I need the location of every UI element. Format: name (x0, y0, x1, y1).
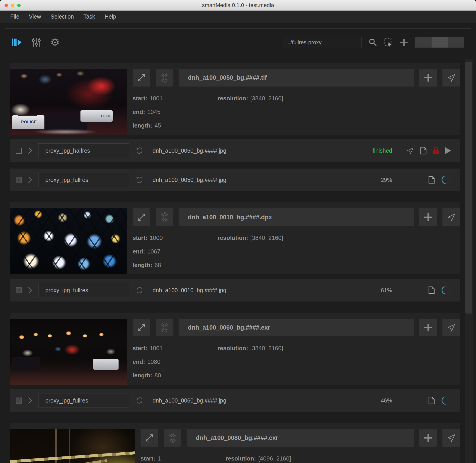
send-button[interactable] (442, 208, 460, 226)
suv-silhouette (93, 359, 119, 370)
task-progress: 46% (381, 397, 392, 404)
refresh-icon[interactable] (135, 176, 144, 184)
title-bar: smartMedia 0.1.0 - test.media (0, 0, 476, 11)
resolution-value: [4096, 2160] (258, 455, 291, 462)
task-checkbox[interactable] (16, 398, 22, 404)
resolution-value: [3840, 2160] (250, 345, 283, 352)
proxy-path-input[interactable]: ../fullres-proxy (283, 37, 362, 48)
task-checkbox[interactable] (16, 177, 22, 183)
menu-task[interactable]: Task (79, 13, 100, 20)
media-metadata: start:1001 resolution:[3840, 2160] end:1… (133, 91, 460, 132)
task-name-input[interactable]: proxy_jpg_fullres (38, 393, 129, 408)
add-task-button[interactable] (419, 429, 437, 447)
media-metadata: start:1001 resolution:[3840, 2160] end:1… (133, 341, 460, 382)
menu-bar: File View Selection Task Help (0, 11, 476, 23)
add-task-button[interactable] (419, 319, 437, 336)
end-value: 1067 (147, 248, 160, 255)
refresh-icon[interactable] (135, 147, 144, 155)
task-checkbox[interactable] (16, 148, 22, 154)
file-icon[interactable] (420, 147, 427, 154)
media-thumbnail[interactable]: POLICE OLICE (10, 69, 127, 135)
menu-help[interactable]: Help (100, 13, 121, 20)
police-car-left: POLICE (12, 115, 46, 129)
zoom-button[interactable] (17, 4, 21, 7)
length-label: length: (133, 262, 152, 268)
resolution-label: resolution: (218, 95, 248, 102)
add-task-button[interactable] (419, 69, 437, 87)
fingerprint-button[interactable] (164, 429, 181, 447)
task-row: proxy_jpg_fullres dnh_a100_0060_bg.####.… (10, 389, 460, 412)
end-label: end: (133, 108, 145, 115)
search-icon[interactable] (369, 38, 377, 47)
segment-widget[interactable] (415, 37, 464, 48)
media-list: POLICE OLICE dnh_a100_0050 (0, 56, 476, 463)
fingerprint-button[interactable] (156, 208, 174, 226)
resolution-value: [3840, 2160] (250, 95, 283, 102)
progress-spinner (441, 285, 451, 295)
play-icon[interactable] (445, 147, 451, 154)
sliders-icon[interactable] (32, 37, 41, 47)
send-button[interactable] (442, 429, 460, 447)
task-output-filename: dnh_a100_0050_bg.####.jpg (153, 147, 226, 154)
road-glow (33, 129, 98, 135)
chevron-right-icon[interactable] (28, 176, 32, 184)
length-label: length: (133, 122, 152, 129)
media-thumbnail[interactable] (10, 208, 127, 274)
media-thumbnail[interactable] (10, 319, 127, 385)
task-progress: 29% (381, 177, 392, 183)
send-button[interactable] (442, 69, 460, 87)
send-button[interactable] (442, 319, 460, 336)
task-checkbox[interactable] (16, 287, 22, 293)
media-item-header: dnh_a100_0080_bg.####.exr start:1 resolu… (10, 423, 460, 463)
send-icon[interactable] (406, 147, 414, 155)
media-filename[interactable]: dnh_a100_0010_bg.####.dpx (179, 208, 414, 226)
media-thumbnail[interactable] (10, 429, 135, 463)
refresh-icon[interactable] (135, 396, 144, 405)
file-icon[interactable] (428, 286, 435, 294)
menu-file[interactable]: File (5, 13, 24, 20)
fingerprint-button[interactable] (156, 319, 174, 336)
traffic-lights (5, 4, 21, 7)
menu-selection[interactable]: Selection (46, 13, 79, 20)
segment-3 (448, 37, 464, 48)
add-task-button[interactable] (419, 208, 437, 226)
refresh-icon[interactable] (135, 286, 144, 294)
media-filename[interactable]: dnh_a100_0050_bg.####.tif (179, 69, 414, 87)
file-icon[interactable] (428, 397, 435, 404)
length-value: 45 (155, 122, 161, 129)
marquee-select-icon[interactable] (384, 38, 393, 47)
expand-button[interactable] (133, 69, 150, 87)
expand-button[interactable] (133, 208, 150, 226)
chevron-right-icon[interactable] (28, 147, 32, 154)
minimize-button[interactable] (11, 4, 14, 7)
resolution-label: resolution: (218, 345, 248, 352)
expand-button[interactable] (140, 429, 158, 447)
media-metadata: start:1000 resolution:[3840, 2160] end:1… (133, 231, 460, 272)
file-icon[interactable] (428, 176, 435, 184)
task-name-input[interactable]: proxy_jpg_halfres (38, 143, 129, 158)
media-filename[interactable]: dnh_a100_0060_bg.####.exr (179, 319, 414, 336)
expand-button[interactable] (133, 319, 150, 336)
resolution-label: resolution: (218, 234, 248, 241)
close-button[interactable] (5, 4, 8, 7)
gear-icon[interactable]: ⚙ (50, 37, 60, 48)
window-title: smartMedia 0.1.0 - test.media (0, 2, 476, 8)
columns-play-icon[interactable] (12, 38, 22, 46)
task-output-filename: dnh_a100_0010_bg.####.jpg (153, 287, 226, 294)
end-value: 1080 (147, 358, 160, 365)
menu-view[interactable]: View (24, 13, 46, 20)
chevron-right-icon[interactable] (28, 397, 32, 404)
task-status: finished (373, 147, 392, 154)
start-label: start: (133, 345, 147, 352)
chevron-right-icon[interactable] (28, 286, 32, 294)
lock-icon[interactable] (432, 147, 439, 155)
scrollbar-thumb[interactable] (465, 62, 472, 313)
vertical-scrollbar[interactable] (465, 59, 473, 463)
segment-2 (431, 37, 448, 48)
task-name-input[interactable]: proxy_jpg_fullres (38, 283, 129, 297)
segment-1 (415, 37, 431, 48)
add-icon[interactable] (400, 38, 408, 46)
media-filename[interactable]: dnh_a100_0080_bg.####.exr (187, 429, 414, 447)
task-name-input[interactable]: proxy_jpg_fullres (38, 173, 129, 187)
fingerprint-button[interactable] (156, 69, 174, 87)
